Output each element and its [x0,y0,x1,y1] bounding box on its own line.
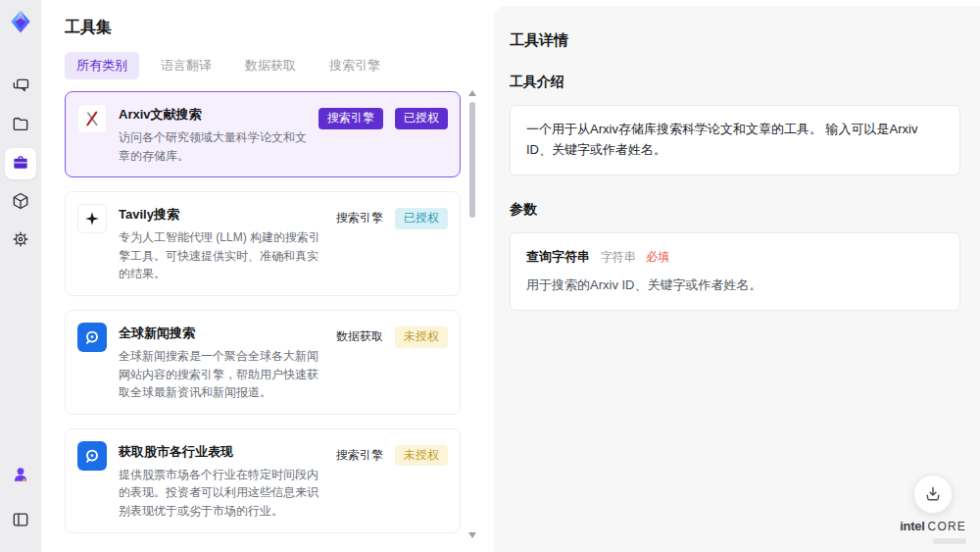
chat-icon [11,76,30,99]
params-heading: 参数 [510,201,960,219]
core-brand-text: core [928,520,966,533]
tool-description: 专为人工智能代理 (LLM) 构建的搜索引擎工具。可快速提供实时、准确和真实的结… [119,228,324,283]
folder-icon [11,115,30,137]
tools-panel: 工具集 所有类别语言翻译数据获取搜索引擎 Arxiv文献搜索访问各个研究领域大量… [41,0,488,552]
tool-description: 全球新闻搜索是一个聚合全球各大新闻网站内容的搜索引擎，帮助用户快速获取全球最新资… [119,347,324,402]
corner-widgets: intelcore [900,475,966,544]
tool-description: 提供股票市场各个行业在特定时间段内的表现。投资者可以利用这些信息来识别表现优于或… [119,466,324,521]
sidebar-item-gear[interactable] [5,225,36,256]
blue-search-icon [77,323,107,352]
category-tabs: 所有类别语言翻译数据获取搜索引擎 [65,52,488,79]
param-description: 用于搜索的Arxiv ID、关键字或作者姓名。 [526,276,944,296]
intel-logo-subline [933,538,966,544]
tool-name: 全球新闻搜索 [119,325,324,342]
tab-category-3[interactable]: 搜索引擎 [318,52,392,79]
category-badge: 搜索引擎 [318,108,383,129]
tool-details-panel: 工具详情 工具介绍 一个用于从Arxiv存储库搜索科学论文和文章的工具。 输入可… [494,6,980,552]
sidebar-item-toolbox[interactable] [5,148,36,179]
tool-card[interactable]: Arxiv文献搜索访问各个研究领域大量科学论文和文章的存储库。搜索引擎已授权 [65,91,461,177]
scrollbar[interactable] [468,90,476,538]
toolbox-icon [11,153,30,176]
tool-description: 访问各个研究领域大量科学论文和文章的存储库。 [119,128,307,165]
status-badge: 已授权 [395,208,448,229]
tool-list: Arxiv文献搜索访问各个研究领域大量科学论文和文章的存储库。搜索引擎已授权Ta… [65,91,488,534]
tool-card[interactable]: Tavily搜索专为人工智能代理 (LLM) 构建的搜索引擎工具。可快速提供实时… [65,191,461,296]
intro-heading: 工具介绍 [510,74,960,91]
sidebar-item-folder[interactable] [5,110,36,141]
cube-icon [11,191,30,214]
param-type: 字符串 [601,250,636,264]
intro-box: 一个用于从Arxiv存储库搜索科学论文和文章的工具。 输入可以是Arxiv ID… [510,105,960,176]
sidebar-item-chat[interactable] [5,72,36,103]
tavily-icon [77,204,107,233]
tool-name: Arxiv文献搜索 [119,106,307,124]
intro-text: 一个用于从Arxiv存储库搜索科学论文和文章的工具。 输入可以是Arxiv ID… [526,122,917,157]
category-label: 数据获取 [336,328,383,345]
status-badge: 未授权 [395,445,448,467]
tool-meta: 数据获取未授权 [336,323,448,348]
param-box: 查询字符串 字符串 必填 用于搜索的Arxiv ID、关键字或作者姓名。 [510,232,960,312]
category-label: 搜索引擎 [336,210,383,226]
tool-name: 获取股市各行业表现 [119,443,324,461]
tab-category-1[interactable]: 语言翻译 [149,52,223,79]
category-label: 搜索引擎 [336,447,383,464]
status-badge: 已授权 [395,108,448,129]
tab-category-0[interactable]: 所有类别 [65,52,139,79]
scroll-up-icon[interactable] [468,90,476,96]
arxiv-icon [77,104,107,133]
details-title: 工具详情 [510,31,960,50]
tab-category-2[interactable]: 数据获取 [233,52,308,79]
tool-meta: 搜索引擎已授权 [336,204,448,229]
avatar[interactable] [5,459,36,490]
app-window: 工具集 所有类别语言翻译数据获取搜索引擎 Arxiv文献搜索访问各个研究领域大量… [0,0,980,552]
icon-rail [0,0,41,552]
rail-nav [5,65,36,263]
sidebar-item-cube[interactable] [5,186,36,218]
param-name: 查询字符串 [526,249,590,264]
page-title: 工具集 [65,18,488,38]
status-badge: 未授权 [395,326,448,348]
intel-brand-text: intel [900,519,924,533]
download-button[interactable] [913,475,953,514]
collapse-panel-icon[interactable] [5,504,36,535]
scrollbar-thumb[interactable] [469,102,475,218]
tool-name: Tavily搜索 [119,206,324,224]
tool-meta: 搜索引擎未授权 [336,441,448,467]
intel-core-logo: intelcore [900,519,966,533]
param-required-badge: 必填 [646,250,669,264]
scroll-down-icon[interactable] [468,532,476,538]
blue-search-icon [77,441,107,471]
tool-meta: 搜索引擎已授权 [318,104,448,129]
app-logo [7,8,34,35]
tool-card[interactable]: 获取股市各行业表现提供股票市场各个行业在特定时间段内的表现。投资者可以利用这些信… [65,428,461,533]
tool-card[interactable]: 全球新闻搜索全球新闻搜索是一个聚合全球各大新闻网站内容的搜索引擎，帮助用户快速获… [65,310,461,415]
gear-icon [11,229,30,252]
